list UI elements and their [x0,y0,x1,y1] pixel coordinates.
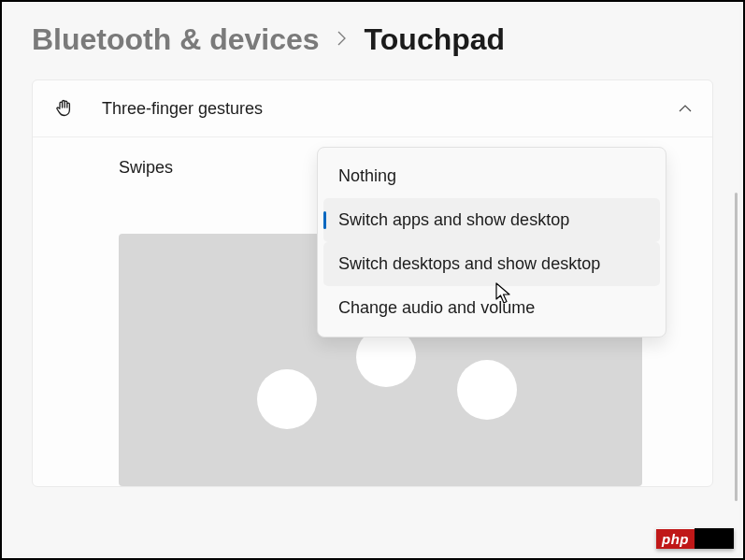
swipes-dropdown: Nothing Switch apps and show desktop Swi… [317,147,666,337]
watermark-text: php [656,529,695,549]
watermark: php [656,528,734,549]
finger-dot [457,360,517,420]
finger-dot [257,369,317,429]
section-title: Three-finger gestures [102,99,652,119]
scrollbar[interactable] [735,193,738,501]
watermark-block [695,528,734,549]
dropdown-option-change-audio[interactable]: Change audio and volume [323,286,660,330]
chevron-right-icon [337,28,348,52]
breadcrumb: Bluetooth & devices Touchpad [32,22,713,57]
chevron-up-icon [679,101,692,116]
section-header[interactable]: Three-finger gestures [33,80,712,137]
hand-icon [53,97,76,120]
page-title: Touchpad [365,22,506,57]
dropdown-option-switch-apps[interactable]: Switch apps and show desktop [323,198,660,242]
dropdown-option-switch-desktops[interactable]: Switch desktops and show desktop [323,242,660,286]
dropdown-option-nothing[interactable]: Nothing [323,154,660,198]
breadcrumb-parent[interactable]: Bluetooth & devices [32,22,320,57]
